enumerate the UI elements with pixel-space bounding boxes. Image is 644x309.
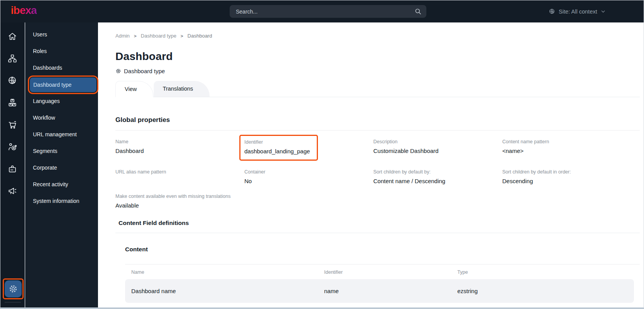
search-icon[interactable] <box>414 8 422 15</box>
site-selector-label: Site: All context <box>559 9 597 15</box>
product-catalog-icon[interactable] <box>7 97 18 108</box>
page-title: Dashboard <box>115 50 640 63</box>
main-nav-rail <box>0 22 25 307</box>
content-field-definitions-heading: Content Field definitions <box>118 220 640 227</box>
gear-icon <box>8 284 18 294</box>
personalization-target-icon[interactable] <box>7 141 18 152</box>
cell-field-name: Dashboard name <box>125 288 318 294</box>
view-tab-panel: Global properties Name Dashboard Identif… <box>115 97 640 303</box>
corporate-badge-icon[interactable] <box>7 163 18 174</box>
ibexa-logo[interactable]: ibexa <box>11 4 37 17</box>
content-type-label: Dashboard type <box>124 68 165 74</box>
field-sort-children-order: Sort children by default in order: Desce… <box>502 161 631 185</box>
tab-translations[interactable]: Translations <box>154 81 209 97</box>
sidebar-item-system-information[interactable]: System information <box>25 193 98 209</box>
global-properties-heading: Global properties <box>115 116 640 124</box>
commerce-cart-icon[interactable] <box>7 119 18 130</box>
field-container: Container No <box>244 161 373 185</box>
content-type-subtitle: Dashboard type <box>115 68 640 74</box>
field-sort-children-by: Sort children by default by: Content nam… <box>373 161 502 185</box>
column-header-type: Type <box>451 270 634 275</box>
content-group-heading: Content <box>125 246 640 253</box>
breadcrumb-admin[interactable]: Admin <box>115 33 130 39</box>
breadcrumb-separator: > <box>180 34 183 38</box>
column-header-identifier: Identifier <box>318 270 451 275</box>
sidebar-item-roles[interactable]: Roles <box>25 43 98 60</box>
table-row: Dashboard name name ezstring <box>125 279 634 303</box>
home-icon[interactable] <box>7 31 18 41</box>
sidebar-item-url-management[interactable]: URL management <box>25 126 98 143</box>
breadcrumb-separator: > <box>134 34 137 38</box>
breadcrumb-current: Dashboard <box>187 33 212 39</box>
settings-highlight-box <box>3 278 24 299</box>
rail-divider <box>5 302 21 302</box>
tab-bar: View Translations <box>115 81 640 97</box>
site-globe-icon[interactable] <box>7 75 18 86</box>
marketing-megaphone-icon[interactable] <box>7 185 18 196</box>
admin-sidebar: Users Roles Dashboards Dashboard type La… <box>25 22 98 307</box>
app-window: ibexa Site: All context <box>0 0 644 309</box>
tab-view[interactable]: View <box>115 81 153 97</box>
top-bar: ibexa Site: All context <box>0 0 644 22</box>
field-definitions-table: Name Identifier Type Dashboard name name… <box>125 264 634 303</box>
global-properties-grid: Name Dashboard Identifier dashboard_land… <box>115 130 640 209</box>
content-tree-icon[interactable] <box>7 53 18 64</box>
sidebar-item-languages[interactable]: Languages <box>25 93 98 110</box>
divider <box>115 233 640 233</box>
site-context-selector[interactable]: Site: All context <box>549 0 606 22</box>
table-header-row: Name Identifier Type <box>125 264 634 275</box>
cell-field-type: ezstring <box>451 288 634 294</box>
sidebar-item-dashboards[interactable]: Dashboards <box>25 60 98 76</box>
sidebar-item-workflow[interactable]: Workflow <box>25 110 98 126</box>
sidebar-item-corporate[interactable]: Corporate <box>25 160 98 176</box>
field-identifier: Identifier dashboard_landing_page <box>244 130 373 161</box>
search-input[interactable] <box>236 9 414 15</box>
field-content-name-pattern: Content name pattern <name> <box>502 130 631 161</box>
cell-field-identifier: name <box>318 288 451 294</box>
field-availability: Make content available even with missing… <box>115 185 373 209</box>
content-type-icon <box>115 68 121 74</box>
field-url-alias-name-pattern: URL alias name pattern <box>115 161 244 185</box>
chevron-down-icon <box>601 9 606 14</box>
main-content: Admin > Dashboard type > Dashboard Dashb… <box>98 22 644 307</box>
field-description: Description Customizable Dashboard <box>373 130 502 161</box>
field-name: Name Dashboard <box>115 130 244 161</box>
breadcrumb-dashboard-type[interactable]: Dashboard type <box>141 33 177 39</box>
sidebar-item-segments[interactable]: Segments <box>25 143 98 160</box>
column-header-name: Name <box>125 270 318 275</box>
global-search <box>230 5 426 18</box>
breadcrumb: Admin > Dashboard type > Dashboard <box>115 22 640 39</box>
sidebar-item-users[interactable]: Users <box>25 26 98 43</box>
admin-settings-button[interactable] <box>5 280 22 297</box>
sidebar-item-recent-activity[interactable]: Recent activity <box>25 176 98 193</box>
identifier-highlight-box: Identifier dashboard_landing_page <box>239 135 318 161</box>
sidebar-item-dashboard-type[interactable]: Dashboard type <box>30 77 96 92</box>
globe-icon <box>549 8 555 15</box>
